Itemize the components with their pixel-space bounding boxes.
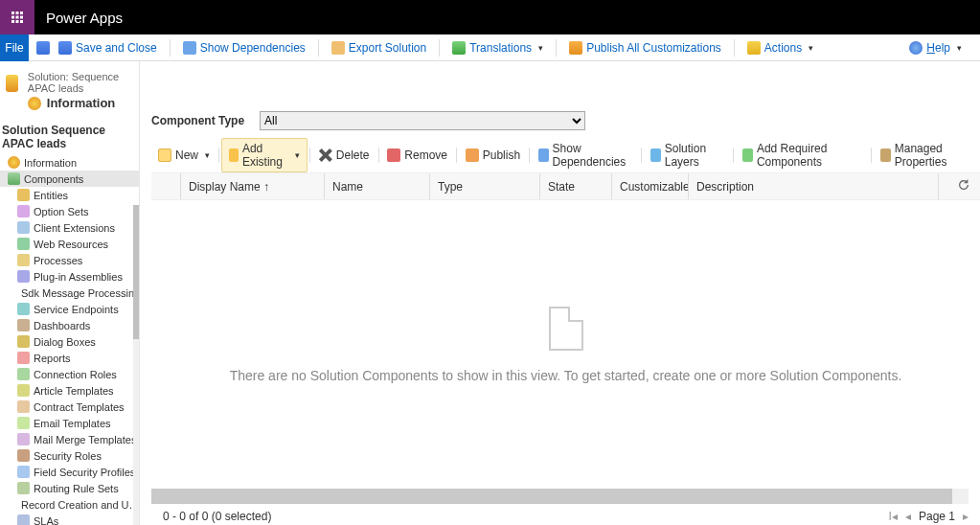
component-type-label: Component Type bbox=[151, 114, 244, 127]
publish-button[interactable]: Publish bbox=[459, 146, 527, 165]
tree-node-plug-in-assemblies[interactable]: Plug-in Assemblies bbox=[0, 268, 139, 285]
tree-node-sdk-message-processin[interactable]: Sdk Message Processin… bbox=[0, 285, 139, 301]
remove-button[interactable]: Remove bbox=[380, 146, 454, 165]
solution-tree: Information Components EntitiesOption Se… bbox=[0, 154, 139, 525]
refresh-icon[interactable] bbox=[957, 178, 980, 194]
tree-label: Web Resources bbox=[34, 239, 108, 250]
help-button[interactable]: Help bbox=[902, 38, 969, 57]
export-solution-button[interactable]: Export Solution bbox=[325, 38, 433, 57]
actions-button[interactable]: Actions bbox=[741, 38, 820, 57]
tree-label: Dialog Boxes bbox=[34, 336, 96, 348]
tree-item-icon bbox=[17, 270, 30, 283]
managed-properties-button[interactable]: Managed Properties bbox=[874, 139, 980, 171]
file-tab[interactable]: File bbox=[0, 34, 29, 61]
delete-icon bbox=[319, 148, 332, 162]
svg-rect-2 bbox=[20, 11, 23, 14]
col-name[interactable]: Name bbox=[324, 173, 429, 199]
tree-label: Routing Rule Sets bbox=[34, 483, 119, 494]
help-label: Help bbox=[926, 41, 950, 55]
tree-label: Field Security Profiles bbox=[34, 467, 135, 478]
component-type-select[interactable]: All bbox=[260, 111, 585, 130]
tree-node-reports[interactable]: Reports bbox=[0, 350, 139, 366]
save-icon bbox=[36, 41, 50, 55]
next-page-icon[interactable]: ▸ bbox=[963, 510, 969, 523]
tree-node-contract-templates[interactable]: Contract Templates bbox=[0, 399, 139, 415]
tree-item-icon bbox=[17, 449, 30, 462]
col-type[interactable]: Type bbox=[429, 173, 539, 199]
subtoolbar: New Add Existing Delete Remove Publish S… bbox=[151, 138, 980, 173]
publish-all-button[interactable]: Publish All Customizations bbox=[562, 38, 728, 57]
first-page-icon[interactable]: I◂ bbox=[889, 510, 898, 523]
tree-node-dialog-boxes[interactable]: Dialog Boxes bbox=[0, 333, 139, 350]
tree-node-record-creation-and-u[interactable]: Record Creation and U… bbox=[0, 496, 139, 513]
save-and-close-button[interactable]: Save and Close bbox=[52, 38, 164, 57]
footer-count: 0 - 0 of 0 (0 selected) bbox=[163, 510, 271, 523]
tree-label: Sdk Message Processin… bbox=[21, 287, 139, 299]
tree-label: Record Creation and U… bbox=[21, 499, 139, 511]
prev-page-icon[interactable]: ◂ bbox=[905, 510, 911, 523]
empty-state: There are no Solution Components to show… bbox=[151, 200, 980, 489]
svg-rect-8 bbox=[20, 20, 23, 23]
dependencies-icon-2 bbox=[538, 148, 549, 162]
tree-label: SLAs bbox=[34, 515, 58, 526]
info-node-icon bbox=[8, 156, 20, 169]
tree-item-icon bbox=[17, 303, 30, 315]
add-existing-icon bbox=[229, 148, 239, 162]
tree-node-information[interactable]: Information bbox=[0, 154, 139, 171]
col-display-name[interactable]: Display Name ↑ bbox=[180, 173, 324, 199]
tree-node-client-extensions[interactable]: Client Extensions bbox=[0, 219, 139, 236]
svg-rect-7 bbox=[16, 20, 19, 23]
show-dependencies-button-2[interactable]: Show Dependencies bbox=[532, 139, 639, 171]
show-dependencies-button[interactable]: Show Dependencies bbox=[176, 38, 312, 57]
add-required-icon bbox=[742, 148, 753, 162]
translations-icon bbox=[452, 41, 466, 55]
tree-node-article-templates[interactable]: Article Templates bbox=[0, 382, 139, 399]
tree-item-icon bbox=[17, 514, 30, 525]
tree-node-slas[interactable]: SLAs bbox=[0, 513, 139, 525]
delete-button[interactable]: Delete bbox=[312, 146, 376, 165]
remove-icon bbox=[387, 148, 400, 162]
tree-node-entities[interactable]: Entities bbox=[0, 187, 139, 203]
tree-node-routing-rule-sets[interactable]: Routing Rule Sets bbox=[0, 480, 139, 496]
tree-item-icon bbox=[17, 352, 30, 364]
empty-document-icon bbox=[549, 307, 583, 351]
export-solution-label: Export Solution bbox=[349, 41, 426, 55]
save-and-close-label: Save and Close bbox=[76, 41, 157, 55]
svg-rect-0 bbox=[11, 11, 14, 14]
new-button[interactable]: New bbox=[151, 146, 217, 165]
export-icon bbox=[331, 41, 345, 55]
tree-item-icon bbox=[17, 368, 30, 380]
tree-node-connection-roles[interactable]: Connection Roles bbox=[0, 366, 139, 382]
tree-node-components[interactable]: Components bbox=[0, 171, 139, 187]
publish-all-label: Publish All Customizations bbox=[586, 41, 721, 55]
waffle-icon[interactable] bbox=[0, 0, 34, 34]
tree-node-mail-merge-templates[interactable]: Mail Merge Templates bbox=[0, 431, 139, 447]
empty-message: There are no Solution Components to show… bbox=[230, 368, 902, 383]
tree-node-field-security-profiles[interactable]: Field Security Profiles bbox=[0, 464, 139, 480]
actions-icon bbox=[747, 41, 761, 55]
tree-label: Components bbox=[24, 173, 83, 185]
tree-node-dashboards[interactable]: Dashboards bbox=[0, 317, 139, 333]
tree-label: Entities bbox=[34, 190, 68, 201]
col-state[interactable]: State bbox=[539, 173, 611, 199]
tree-node-email-templates[interactable]: Email Templates bbox=[0, 415, 139, 431]
col-customizable[interactable]: Customizable… bbox=[611, 173, 688, 199]
left-scrollbar[interactable] bbox=[133, 205, 139, 525]
add-existing-button[interactable]: Add Existing bbox=[221, 138, 308, 172]
tree-label: Client Extensions bbox=[34, 222, 115, 234]
tree-node-web-resources[interactable]: Web Resources bbox=[0, 236, 139, 252]
tree-label: Dashboards bbox=[34, 320, 90, 331]
tree-label: Article Templates bbox=[34, 385, 114, 397]
tree-node-processes[interactable]: Processes bbox=[0, 252, 139, 268]
col-description[interactable]: Description bbox=[688, 173, 938, 199]
tree-node-option-sets[interactable]: Option Sets bbox=[0, 203, 139, 219]
solution-layers-button[interactable]: Solution Layers bbox=[644, 139, 731, 171]
tree-node-service-endpoints[interactable]: Service Endpoints bbox=[0, 301, 139, 317]
titlebar: Power Apps bbox=[0, 0, 980, 34]
horizontal-scrollbar[interactable] bbox=[151, 489, 969, 504]
translations-button[interactable]: Translations bbox=[445, 38, 550, 57]
add-required-button[interactable]: Add Required Components bbox=[736, 139, 869, 171]
grid-footer: 0 - 0 of 0 (0 selected) I◂ ◂ Page 1 ▸ bbox=[151, 508, 980, 525]
info-icon bbox=[6, 75, 18, 92]
tree-node-security-roles[interactable]: Security Roles bbox=[0, 447, 139, 464]
